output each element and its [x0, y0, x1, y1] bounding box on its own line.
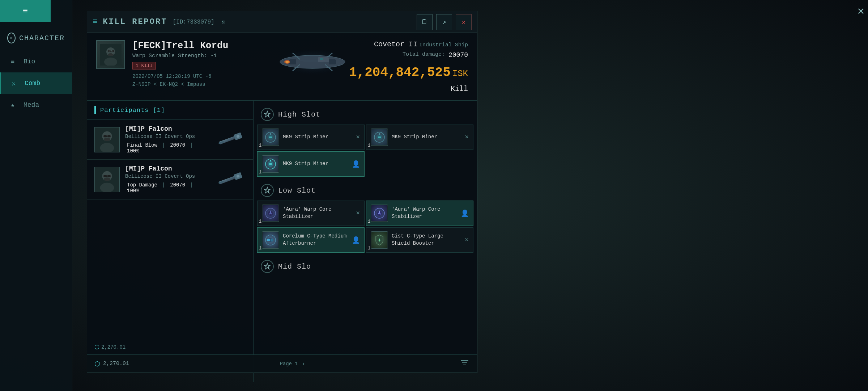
- warp-stabilizer-icon-2: [371, 205, 387, 221]
- slot-item: 1 'Aura' Warp Core Stabilizer ×: [257, 201, 365, 226]
- slot-item-person-3[interactable]: 👤: [352, 160, 360, 168]
- slot-item-close-1[interactable]: ×: [356, 134, 360, 141]
- svg-rect-48: [378, 136, 381, 138]
- svg-point-24: [100, 143, 114, 152]
- slot-item-close-2[interactable]: ×: [465, 134, 469, 141]
- slot-item-close-ls4[interactable]: ×: [465, 236, 469, 244]
- ship-image: [265, 40, 359, 84]
- participant-weapon-1: [213, 129, 246, 151]
- slot-item: 1 Gist C-Type Large Shield Booster ×: [366, 227, 473, 253]
- slot-item-qty-ls4: 1: [368, 246, 370, 251]
- participant-ship-2: Bellicose II Covert Ops: [125, 173, 208, 179]
- strip-miner-icon-2: [371, 129, 387, 145]
- sidebar-bio-label: Bio: [24, 58, 35, 65]
- window-menu-icon[interactable]: ≡: [93, 17, 97, 26]
- svg-rect-35: [103, 175, 107, 177]
- high-slot-icon: [261, 108, 274, 121]
- high-slot-header: High Slot: [254, 104, 477, 125]
- bottom-value: 2,270.01: [101, 344, 125, 350]
- slot-item-icon: [262, 155, 279, 173]
- slot-item-icon: [262, 205, 279, 222]
- slot-item-icon: [371, 205, 388, 222]
- participant-weapon-2: [213, 169, 246, 190]
- slot-item-qty-3: 1: [259, 170, 261, 175]
- content-area: Participants [1] [MI]P: [87, 101, 477, 382]
- slot-item-name-ls3: Corelum C-Type Medium Afterburner: [283, 233, 348, 247]
- svg-rect-26: [107, 135, 111, 137]
- mid-slot-title: Mid Slo: [278, 262, 311, 271]
- bottom-bar: ⬡ 2,270.01 Page 1 ›: [87, 354, 477, 373]
- participant-info-2: [MI]P Falcon Bellicose II Covert Ops Top…: [125, 165, 208, 194]
- isk-label: ISK: [452, 69, 468, 79]
- bottom-icon: ⬡: [94, 360, 100, 368]
- low-slot-header: Low Slot: [254, 180, 477, 201]
- ship-type: Industrial Ship: [419, 42, 468, 48]
- sidebar: ≡ ⊕ CHARACTER ≡ Bio ⚔ Comb ★ Meda: [0, 0, 72, 391]
- slot-item-name-1: MK9 Strip Miner: [283, 134, 352, 141]
- vitruvian-icon: ⊕: [7, 33, 16, 43]
- svg-rect-6: [111, 50, 114, 52]
- participant-info-1: [MI]P Falcon Bellicose II Covert Ops Fin…: [125, 125, 208, 154]
- svg-point-27: [104, 138, 110, 141]
- shield-booster-icon: [371, 232, 387, 248]
- slot-item-person-ls2[interactable]: 👤: [461, 209, 469, 217]
- sidebar-item-medals[interactable]: ★ Meda: [0, 94, 72, 116]
- svg-rect-19: [320, 58, 323, 60]
- character-header: ⊕ CHARACTER: [0, 29, 72, 47]
- copy-icon[interactable]: ⎘: [222, 19, 225, 25]
- slot-item-highlighted: 1 Corelum C-Type Medium Afterburner 👤: [257, 227, 365, 253]
- sidebar-item-combat[interactable]: ⚔ Comb: [0, 72, 72, 94]
- slot-item: 1 MK9 Strip Miner ×: [366, 125, 473, 150]
- slot-item-name-ls4: Gist C-Type Large Shield Booster: [392, 233, 461, 247]
- svg-rect-36: [107, 175, 111, 177]
- sidebar-nav: ≡ Bio ⚔ Comb ★ Meda: [0, 47, 72, 119]
- participants-title: Participants [1]: [100, 107, 165, 114]
- participant-name-2: [MI]P Falcon: [125, 165, 208, 172]
- participants-header: Participants [1]: [87, 101, 253, 120]
- ship-svg: [267, 42, 358, 82]
- participant-item-2: [MI]P Falcon Bellicose II Covert Ops Top…: [87, 160, 253, 199]
- svg-rect-44: [269, 136, 272, 138]
- high-slot-title: High Slot: [278, 110, 320, 119]
- slot-item-icon: [371, 129, 388, 146]
- app-close-button[interactable]: ✕: [858, 4, 864, 18]
- kill-report-window: ≡ KILL REPORT [ID:7333079] ⎘ 🗒 ↗ ✕: [87, 11, 477, 373]
- slot-item-person-ls3[interactable]: 👤: [352, 236, 360, 244]
- participants-panel: Participants [1] [MI]P: [87, 101, 254, 382]
- page-info: Page 1 ›: [280, 360, 305, 367]
- clipboard-button[interactable]: 🗒: [417, 14, 433, 30]
- strip-miner-icon: [263, 129, 278, 145]
- svg-rect-52: [269, 163, 272, 165]
- slot-item-highlighted: 1 MK9 Strip Miner 👤: [257, 151, 365, 177]
- page-next-icon[interactable]: ›: [302, 360, 306, 367]
- hamburger-icon[interactable]: ≡: [23, 6, 28, 16]
- slot-item-name-ls1: 'Aura' Warp Core Stabilizer: [283, 206, 352, 220]
- strip-miner-icon-3: [263, 156, 278, 172]
- character-title: CHARACTER: [19, 34, 65, 42]
- kill-stats: Covetor II Industrial Ship Total damage:…: [367, 40, 468, 93]
- participant-item: [MI]P Falcon Bellicose II Covert Ops Fin…: [87, 120, 253, 160]
- sidebar-item-bio[interactable]: ≡ Bio: [0, 51, 72, 72]
- kill-header: [FECK]Trell Kordu Warp Scramble Strength…: [87, 33, 477, 101]
- window-title: KILL REPORT: [103, 17, 167, 26]
- slot-item-close-ls1[interactable]: ×: [356, 210, 360, 217]
- svg-point-37: [104, 177, 110, 181]
- victim-warp: Warp Scramble Strength: -1: [132, 53, 258, 59]
- participants-header-bar: [94, 106, 96, 114]
- participant-avatar-1: [94, 127, 120, 152]
- export-button[interactable]: ↗: [436, 14, 452, 30]
- combat-icon: ⚔: [8, 78, 19, 89]
- bio-icon: ≡: [7, 56, 18, 67]
- slot-item-highlighted: 1 'Aura' Warp Core Stabilizer 👤: [366, 201, 473, 226]
- medals-icon: ★: [7, 100, 18, 110]
- mid-slot-header: Mid Slo: [254, 256, 477, 277]
- filter-icon[interactable]: [460, 358, 470, 370]
- slot-item-icon: [262, 231, 279, 249]
- page-label: Page 1: [280, 361, 298, 367]
- slot-item-qty-ls3: 1: [259, 246, 261, 251]
- slot-item-qty-2: 1: [368, 143, 370, 148]
- window-close-button[interactable]: ✕: [456, 14, 472, 30]
- ship-name: Covetor II: [374, 40, 417, 49]
- slot-item-icon: [262, 129, 279, 146]
- bottom-value-display: 2,270.01: [103, 361, 129, 367]
